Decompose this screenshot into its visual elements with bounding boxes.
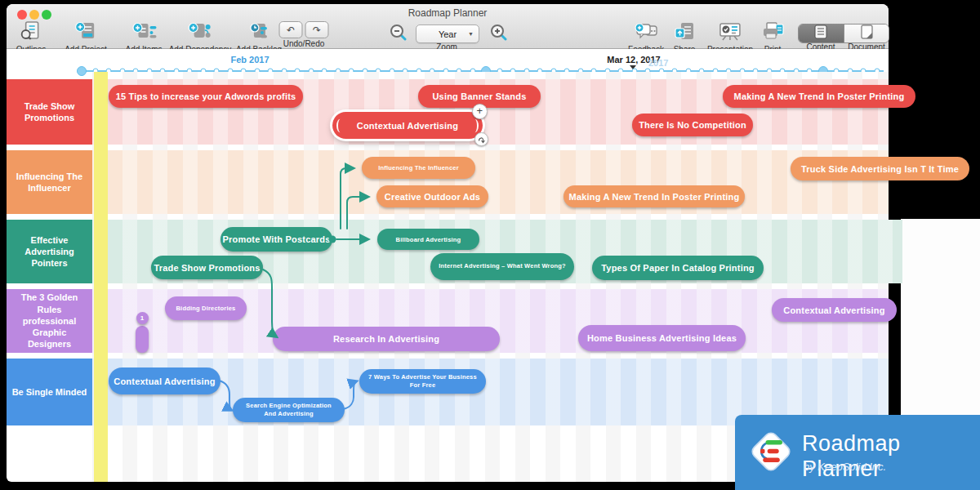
zoom-in-button[interactable]	[489, 24, 507, 45]
task-pill[interactable]: Search Engine Optimization And Advertisi…	[233, 398, 345, 422]
zoom-level-select[interactable]: Year ▼	[416, 24, 479, 43]
task-pill[interactable]: 7 Ways To Advertise Your Business For Fr…	[359, 369, 486, 394]
timeline-dot[interactable]	[77, 66, 87, 76]
task-pill[interactable]: Creative Outdoor Ads	[376, 185, 488, 207]
roadmap-planner-logo-icon	[748, 429, 794, 478]
add-project-icon	[73, 21, 99, 44]
document-icon	[858, 24, 875, 43]
task-label: Promote With Postcards	[222, 234, 330, 244]
task-label: Making A New Trend In Poster Printing	[734, 91, 905, 101]
row-label[interactable]: Trade Show Promotions	[7, 79, 92, 145]
view-content-button[interactable]	[799, 24, 844, 42]
task-pill[interactable]: Making A New Trend In Poster Printing	[564, 185, 745, 207]
task-label: Contextual Advertising	[114, 376, 215, 386]
view-toggle	[798, 24, 889, 43]
print-icon	[760, 21, 786, 44]
add-backlog-icon	[246, 21, 272, 44]
task-pill[interactable]: Truck Side Advertising Isn T It Time	[791, 157, 969, 180]
task-label: There Is No Competition	[639, 120, 746, 130]
add-items-icon	[131, 21, 157, 44]
banner-title: Roadmap Planner	[802, 431, 980, 482]
task-label: Search Engine Optimization And Advertisi…	[241, 402, 336, 418]
presentation-icon	[716, 21, 744, 44]
undo-redo-group: ↶ ↷ Undo/Redo	[279, 21, 329, 48]
timeline-month-label: Feb 2017	[230, 55, 269, 65]
task-pill[interactable]: Bidding Directories	[165, 296, 247, 320]
redo-icon: ↷	[313, 24, 321, 36]
task-label: Billboard Advertising	[396, 236, 461, 243]
milestone-badge[interactable]: 1	[136, 312, 149, 324]
outlines-icon	[18, 21, 44, 44]
task-pill[interactable]: Making A New Trend In Poster Printing	[723, 85, 915, 108]
dependency-handle[interactable]	[474, 132, 488, 146]
task-label: 7 Ways To Advertise Your Business For Fr…	[368, 373, 478, 390]
background-card	[901, 219, 980, 423]
undo-icon: ↶	[287, 24, 295, 36]
zoom-out-icon	[389, 30, 407, 44]
task-pill[interactable]: Contextual Advertising	[109, 368, 220, 394]
task-label: Contextual Advertising	[783, 305, 884, 315]
task-label: Creative Outdoor Ads	[385, 192, 480, 202]
task-label: Home Business Advertising Ideas	[587, 333, 737, 343]
task-pill[interactable]: Promote With Postcards	[220, 227, 332, 252]
task-pill[interactable]: Influencing The Influencer	[362, 157, 475, 179]
redo-button[interactable]: ↷	[305, 21, 329, 38]
resize-handle-right[interactable]	[470, 118, 479, 132]
row-label[interactable]: The 3 Golden Rules professional Graphic …	[7, 289, 92, 353]
milestone-marker[interactable]	[136, 326, 149, 353]
undo-redo-label: Undo/Redo	[283, 39, 325, 48]
task-label: Research In Advertising	[333, 334, 439, 344]
toolbar: Roadmap Planner Outlines	[7, 4, 889, 49]
task-pill[interactable]: 15 Tips to increase your Adwords profits	[109, 85, 303, 108]
resize-handle-left[interactable]	[336, 118, 345, 132]
task-label: Contextual Advertising	[357, 121, 458, 131]
task-label: Using Banner Stands	[432, 91, 526, 101]
task-label: Trade Show Promotions	[154, 263, 260, 273]
zoom-level-value: Year	[439, 29, 457, 39]
task-pill[interactable]: Internet Advertising – What Went Wrong?	[430, 253, 574, 280]
task-label: Types Of Paper In Catalog Printing	[601, 263, 755, 273]
view-document-button[interactable]	[844, 24, 889, 42]
undo-button[interactable]: ↶	[279, 21, 303, 38]
task-pill[interactable]: Home Business Advertising Ideas	[578, 325, 746, 351]
task-pill[interactable]: Research In Advertising	[273, 327, 500, 351]
task-pill[interactable]: Billboard Advertising	[377, 229, 479, 250]
task-pill[interactable]: Trade Show Promotions	[151, 256, 263, 279]
screenshot-stage: Roadmap Planner Outlines	[0, 0, 980, 490]
feedback-icon	[633, 21, 659, 44]
add-dependency-button[interactable]: +	[472, 104, 488, 119]
task-pill[interactable]: There Is No Competition	[632, 114, 753, 136]
content-icon	[812, 24, 830, 43]
chevron-down-icon: ▼	[468, 31, 474, 37]
dependency-handle-icon	[478, 136, 485, 144]
current-date-stripe	[94, 72, 108, 482]
task-label: Making A New Trend In Poster Printing	[569, 192, 740, 202]
window-title: Roadmap Planner	[7, 7, 889, 19]
task-label: 15 Tips to increase your Adwords profits	[116, 91, 296, 101]
task-pill[interactable]: Types Of Paper In Catalog Printing	[592, 256, 764, 280]
banner-subtitle: by KeepSolid Inc.	[804, 461, 886, 473]
zoom-out-button[interactable]	[389, 24, 407, 45]
add-dependency-icon	[187, 21, 213, 44]
row-label[interactable]: Effective Advertising Pointers	[7, 220, 92, 283]
share-icon	[671, 21, 697, 44]
timeline-bar[interactable]: Feb 2017 Mar 12, 2017 2017	[7, 49, 889, 72]
promo-banner: Roadmap Planner by KeepSolid Inc.	[735, 415, 980, 490]
row-label[interactable]: Be Single Minded	[7, 359, 92, 425]
task-label: Influencing The Influencer	[378, 164, 459, 172]
task-label: Truck Side Advertising Isn T It Time	[801, 164, 959, 174]
task-pill[interactable]: Contextual Advertising	[772, 298, 897, 322]
zoom-in-icon	[489, 30, 507, 44]
row-label[interactable]: Influencing The Influencer	[7, 150, 92, 214]
task-label: Internet Advertising – What Went Wrong?	[439, 262, 566, 270]
timeline-ghost-year: 2017	[648, 58, 668, 68]
task-pill-selected[interactable]: Contextual Advertising+	[332, 112, 483, 139]
task-label: Bidding Directories	[176, 305, 236, 312]
